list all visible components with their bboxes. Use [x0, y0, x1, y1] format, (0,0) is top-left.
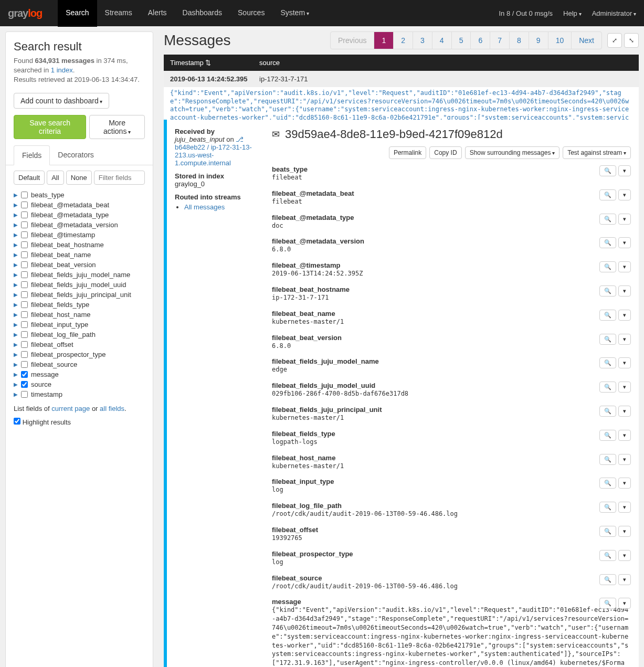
expand-field-icon[interactable]: ▶: [14, 262, 18, 268]
field-checkbox[interactable]: [21, 261, 28, 268]
field-dropdown-icon[interactable]: ▾: [618, 382, 631, 393]
field-checkbox[interactable]: [21, 371, 28, 378]
admin-menu[interactable]: Administrator: [592, 9, 636, 17]
page-3[interactable]: 3: [413, 32, 432, 49]
field-checkbox[interactable]: [21, 281, 28, 288]
current-page-link[interactable]: current page: [51, 405, 90, 412]
collapse-icon[interactable]: ⤡: [624, 33, 639, 48]
page-8[interactable]: 8: [510, 32, 529, 49]
highlight-results-toggle[interactable]: Highlight results: [14, 418, 71, 426]
field-dropdown-icon[interactable]: ▾: [618, 261, 631, 272]
expand-field-icon[interactable]: ▶: [14, 352, 18, 357]
expand-field-icon[interactable]: ▶: [14, 332, 18, 337]
expand-field-icon[interactable]: ▶: [14, 362, 18, 367]
test-against-stream-button[interactable]: Test against stream: [563, 146, 631, 159]
expand-field-icon[interactable]: ▶: [14, 242, 18, 248]
surrounding-messages-button[interactable]: Show surrounding messages: [465, 146, 560, 159]
stream-link[interactable]: All messages: [184, 203, 225, 211]
field-checkbox[interactable]: [21, 341, 28, 348]
expand-field-icon[interactable]: ▶: [14, 202, 18, 208]
field-checkbox[interactable]: [21, 231, 28, 238]
field-dropdown-icon[interactable]: ▾: [618, 478, 631, 489]
search-field-icon[interactable]: 🔍: [599, 261, 616, 272]
search-field-icon[interactable]: 🔍: [599, 430, 616, 441]
search-field-icon[interactable]: 🔍: [599, 382, 616, 393]
page-previous[interactable]: Previous: [331, 32, 374, 49]
field-checkbox[interactable]: [21, 301, 28, 308]
expand-field-icon[interactable]: ▶: [14, 282, 18, 288]
expand-icon[interactable]: ⤢: [607, 33, 622, 48]
field-dropdown-icon[interactable]: ▾: [618, 550, 631, 561]
field-dropdown-icon[interactable]: ▾: [618, 237, 631, 248]
expand-field-icon[interactable]: ▶: [14, 372, 18, 377]
field-checkbox[interactable]: [21, 271, 28, 278]
field-checkbox[interactable]: [21, 291, 28, 298]
field-dropdown-icon[interactable]: ▾: [618, 310, 631, 321]
filter-none-button[interactable]: None: [66, 171, 92, 185]
search-field-icon[interactable]: 🔍: [599, 285, 616, 297]
field-checkbox[interactable]: [21, 321, 28, 328]
index-link[interactable]: 1 index: [51, 66, 73, 74]
field-dropdown-icon[interactable]: ▾: [618, 334, 631, 345]
message-row-header[interactable]: 2019-06-13 14:24:52.395 ip-172-31-7-171: [164, 71, 639, 87]
page-10[interactable]: 10: [548, 32, 572, 49]
field-dropdown-icon[interactable]: ▾: [618, 165, 631, 176]
field-dropdown-icon[interactable]: ▾: [618, 430, 631, 441]
search-field-icon[interactable]: 🔍: [599, 237, 616, 248]
field-dropdown-icon[interactable]: ▾: [618, 357, 631, 368]
all-fields-link[interactable]: all fields: [100, 405, 124, 412]
expand-field-icon[interactable]: ▶: [14, 322, 18, 327]
permalink-button[interactable]: Permalink: [389, 146, 426, 159]
field-checkbox[interactable]: [21, 311, 28, 318]
help-menu[interactable]: Help: [563, 9, 582, 17]
expand-field-icon[interactable]: ▶: [14, 382, 18, 387]
search-field-icon[interactable]: 🔍: [599, 574, 616, 585]
search-field-icon[interactable]: 🔍: [599, 334, 616, 345]
expand-field-icon[interactable]: ▶: [14, 302, 18, 308]
search-field-icon[interactable]: 🔍: [599, 502, 616, 513]
add-to-dashboard-button[interactable]: Add count to dashboard: [14, 93, 109, 109]
field-checkbox[interactable]: [21, 192, 28, 198]
search-field-icon[interactable]: 🔍: [599, 550, 616, 561]
field-checkbox[interactable]: [21, 202, 28, 208]
expand-field-icon[interactable]: ▶: [14, 272, 18, 278]
nav-item-search[interactable]: Search: [58, 0, 97, 27]
nav-item-streams[interactable]: Streams: [97, 0, 140, 27]
filter-fields-input[interactable]: [94, 171, 145, 185]
save-search-criteria-button[interactable]: Save search criteria: [14, 115, 86, 139]
page-1[interactable]: 1: [374, 32, 394, 49]
expand-field-icon[interactable]: ▶: [14, 192, 18, 198]
nav-item-alerts[interactable]: Alerts: [140, 0, 175, 27]
field-checkbox[interactable]: [21, 251, 28, 258]
search-field-icon[interactable]: 🔍: [599, 598, 616, 609]
expand-field-icon[interactable]: ▶: [14, 292, 18, 298]
page-2[interactable]: 2: [394, 32, 413, 49]
nav-item-system[interactable]: System: [272, 0, 316, 27]
field-dropdown-icon[interactable]: ▾: [618, 214, 631, 225]
search-field-icon[interactable]: 🔍: [599, 310, 616, 321]
expand-field-icon[interactable]: ▶: [14, 342, 18, 347]
page-6[interactable]: 6: [471, 32, 490, 49]
column-timestamp[interactable]: Timestamp ⇅: [170, 59, 259, 67]
field-checkbox[interactable]: [21, 361, 28, 368]
filter-all-button[interactable]: All: [47, 171, 64, 185]
expand-field-icon[interactable]: ▶: [14, 312, 18, 317]
page-7[interactable]: 7: [490, 32, 510, 49]
field-checkbox[interactable]: [21, 211, 28, 218]
field-checkbox[interactable]: [21, 391, 28, 398]
field-dropdown-icon[interactable]: ▾: [618, 526, 631, 537]
tab-decorators[interactable]: Decorators: [50, 145, 101, 165]
field-checkbox[interactable]: [21, 221, 28, 228]
field-checkbox[interactable]: [21, 331, 28, 338]
field-dropdown-icon[interactable]: ▾: [618, 406, 631, 417]
field-checkbox[interactable]: [21, 381, 28, 388]
field-dropdown-icon[interactable]: ▾: [618, 454, 631, 465]
search-field-icon[interactable]: 🔍: [599, 357, 616, 368]
field-checkbox[interactable]: [21, 241, 28, 248]
expand-field-icon[interactable]: ▶: [14, 212, 18, 218]
field-dropdown-icon[interactable]: ▾: [618, 502, 631, 513]
column-source[interactable]: source: [259, 59, 280, 67]
filter-default-button[interactable]: Default: [14, 171, 45, 185]
expand-field-icon[interactable]: ▶: [14, 222, 18, 228]
page-next[interactable]: Next: [572, 32, 601, 49]
